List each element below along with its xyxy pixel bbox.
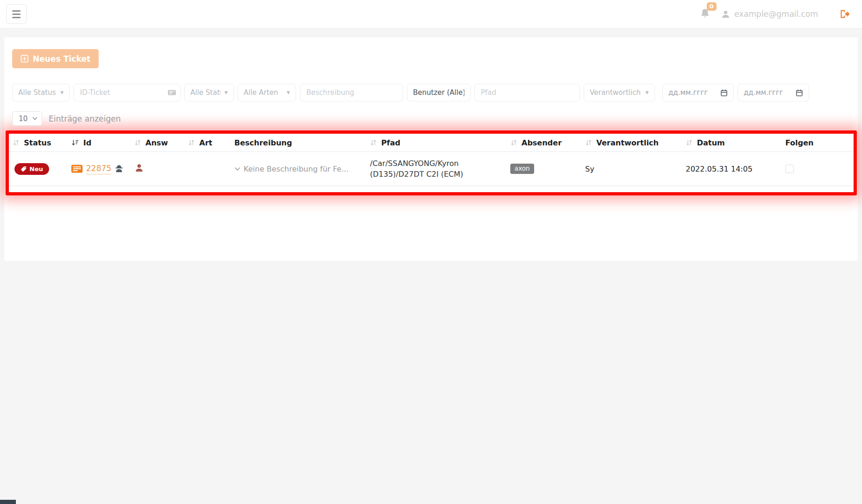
column-header-art[interactable]: Art: [184, 134, 231, 152]
table-header-row: Status Id Answ: [9, 134, 854, 152]
column-header-pfad[interactable]: Pfad: [366, 134, 507, 152]
ticket-icon: [167, 89, 176, 96]
page-length-select[interactable]: 10: [12, 111, 42, 126]
filter-status-select-2[interactable]: Alle Status ▼: [184, 84, 234, 101]
caret-down-icon: ▼: [287, 90, 290, 95]
beschreibung-toggle[interactable]: Keine Beschreibung für Fe...: [234, 165, 362, 173]
top-navbar: 0 example@gmail.com: [0, 0, 862, 29]
sort-icon: [370, 139, 377, 146]
sort-desc-icon: [71, 139, 79, 146]
chevron-down-icon: [234, 167, 240, 171]
tag-icon: [21, 166, 27, 172]
notifications-button[interactable]: 0: [700, 8, 710, 21]
user-icon: [721, 10, 730, 19]
table-row: Neu 22875: [9, 152, 854, 186]
calendar-icon: [720, 89, 728, 97]
sidebar-peek: [0, 500, 16, 504]
status-badge: Neu: [14, 163, 49, 175]
content-card: Neues Ticket Alle Status ▼ Alle Status ▼…: [4, 37, 858, 261]
caret-down-icon: ▼: [645, 90, 649, 95]
user-menu[interactable]: example@gmail.com: [721, 9, 818, 19]
ticket-id-link[interactable]: 22875: [86, 164, 111, 174]
calendar-icon: [796, 89, 803, 97]
id-ticket-input[interactable]: [73, 84, 181, 101]
spy-icon[interactable]: [115, 165, 123, 173]
menu-toggle-button[interactable]: [6, 4, 27, 24]
column-header-absender[interactable]: Absender: [507, 134, 581, 152]
filter-status-select-1[interactable]: Alle Status ▼: [12, 84, 70, 101]
logout-icon: [840, 9, 850, 19]
verantwortlich-cell: Sy: [581, 152, 682, 186]
caret-down-icon: ▼: [60, 90, 64, 95]
user-email: example@gmail.com: [734, 9, 818, 19]
absender-badge: axon: [510, 164, 534, 174]
plus-square-icon: [21, 55, 29, 63]
date-from-input[interactable]: дд.мм.гггг: [662, 84, 734, 101]
column-header-datum[interactable]: Datum: [682, 134, 773, 152]
sort-icon: [585, 139, 592, 146]
filter-arten-select[interactable]: Alle Arten ▼: [238, 84, 296, 101]
answered-person-icon: [134, 163, 144, 173]
sort-icon: [13, 139, 20, 146]
new-ticket-button[interactable]: Neues Ticket: [12, 49, 99, 68]
tickets-table: Status Id Answ: [9, 134, 854, 186]
folgen-checkbox[interactable]: [785, 165, 794, 173]
ticket-card-icon: [71, 165, 83, 173]
pfad-input[interactable]: [474, 84, 580, 101]
logout-button[interactable]: [840, 9, 850, 19]
sort-icon: [510, 139, 517, 146]
column-header-status[interactable]: Status: [9, 134, 67, 152]
pfad-cell: /Car/SSANGYONG/Kyron (D135)/D27DT C2I (E…: [370, 158, 489, 180]
length-label: Einträge anzeigen: [49, 114, 121, 123]
length-row: 10 Einträge anzeigen: [12, 111, 850, 126]
column-header-id[interactable]: Id: [67, 134, 130, 152]
sort-icon: [134, 139, 141, 146]
column-header-folgen: Folgen: [773, 134, 854, 152]
date-to-input[interactable]: дд.мм.гггг: [738, 84, 809, 101]
datum-cell: 2022.05.31 14:05: [682, 152, 773, 186]
filter-benutzer-button[interactable]: Benutzer (Alle): [407, 84, 471, 101]
column-header-answ[interactable]: Answ: [130, 134, 184, 152]
chevron-down-icon: [32, 117, 37, 120]
filter-verantwortlich-select[interactable]: Verantwortlich ▼: [584, 84, 655, 101]
caret-down-icon: ▼: [225, 90, 228, 95]
column-header-beschreibung[interactable]: Beschreibung: [231, 134, 366, 152]
annotation-rectangle: Status Id Answ: [6, 130, 857, 195]
sort-icon: [188, 139, 195, 146]
column-header-verantwortlich[interactable]: Verantwortlich: [581, 134, 682, 152]
filter-bar: Alle Status ▼ Alle Status ▼ Alle Arten ▼…: [12, 84, 850, 101]
beschreibung-input[interactable]: [300, 84, 403, 101]
sort-icon: [686, 139, 693, 146]
new-ticket-label: Neues Ticket: [33, 54, 90, 64]
notification-badge: 0: [707, 2, 717, 11]
art-cell: [184, 152, 231, 186]
